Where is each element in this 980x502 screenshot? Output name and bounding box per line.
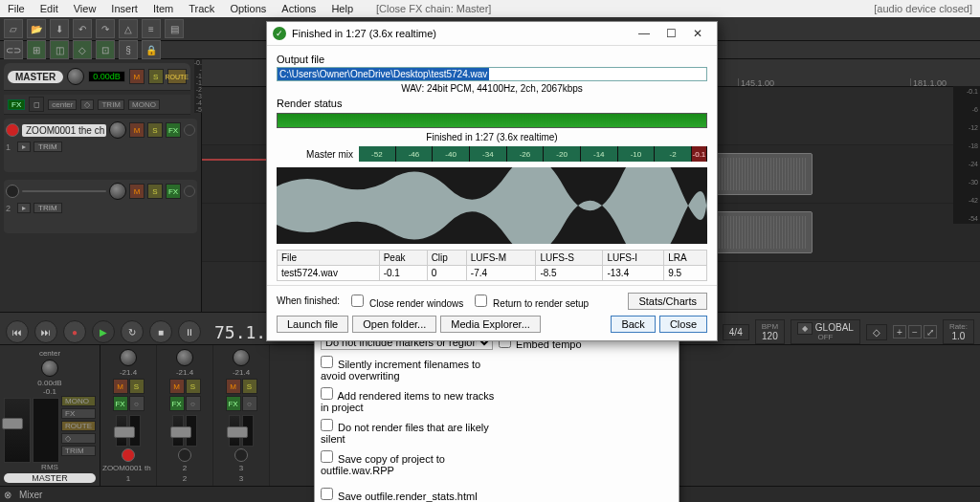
ch1-fader[interactable]	[116, 415, 127, 447]
lock-icon[interactable]: 🔒	[142, 40, 161, 59]
master-track-header[interactable]: MASTER 0.00dB M S ROUTE	[4, 63, 190, 91]
track1-env-icon[interactable]: ▸	[17, 142, 31, 152]
close-button[interactable]: Close	[659, 316, 707, 333]
ch2-recarm[interactable]	[178, 448, 191, 462]
track-row-1[interactable]: ZOOM0001 the ch M S FX 1 ▸ TRIM	[4, 119, 197, 172]
track2-solo-button[interactable]: S	[147, 184, 163, 199]
ch1-recarm[interactable]	[122, 448, 135, 462]
ch3-name[interactable]: 3	[239, 464, 243, 472]
mixer-channel-3[interactable]: -21.4 MS FX○ 3 3	[213, 345, 270, 487]
ch2-fader[interactable]	[172, 415, 184, 447]
col-file[interactable]: File	[278, 251, 380, 266]
ch1-fx[interactable]: FX	[113, 396, 128, 411]
mixer-master-fader[interactable]	[4, 398, 31, 463]
ripple-edit-icon[interactable]: ◫	[50, 40, 69, 59]
transport-end-button[interactable]: ⏭	[34, 320, 57, 343]
ch3-mute[interactable]: M	[226, 379, 241, 394]
zoom-out-button[interactable]: −	[908, 325, 922, 338]
zoom-fit-button[interactable]: ⤢	[924, 325, 937, 338]
track1-solo-button[interactable]: S	[147, 122, 163, 138]
save-stats-html-checkbox[interactable]: Save outfile.render_stats.html	[321, 491, 478, 502]
global-env-icon[interactable]: ◇	[866, 324, 887, 340]
bpm-box[interactable]: BPM120	[755, 319, 785, 344]
mixer-tab-label[interactable]: Mixer	[19, 490, 42, 500]
global-automation-box[interactable]: ◆ GLOBALOFF	[791, 319, 860, 344]
transport-pause-button[interactable]: ⏸	[178, 320, 201, 343]
mixer-master-trim-button[interactable]: TRIM	[61, 446, 96, 456]
menu-help[interactable]: Help	[323, 1, 361, 16]
track2-fx-button[interactable]: FX	[166, 184, 181, 199]
zoom-in-button[interactable]: +	[893, 325, 906, 338]
master-mute-button[interactable]: M	[129, 69, 145, 84]
add-to-tracks-checkbox[interactable]: Add rendered items to new tracks in proj…	[321, 390, 494, 413]
master-fx-bypass-icon[interactable]: ◻	[29, 97, 44, 112]
redo-icon[interactable]: ↷	[96, 19, 115, 38]
back-button[interactable]: Back	[611, 316, 655, 333]
transport-play-button[interactable]: ▶	[92, 320, 115, 343]
track1-io-button[interactable]	[184, 124, 195, 136]
ch1-solo[interactable]: S	[129, 379, 145, 394]
item-group-icon[interactable]: ⊞	[27, 40, 46, 59]
close-render-windows-checkbox[interactable]: Close render windows	[347, 292, 463, 310]
ch2-pan-knob[interactable]	[176, 349, 193, 366]
menu-file[interactable]: File	[0, 1, 33, 16]
undo-icon[interactable]: ↶	[73, 19, 92, 38]
close-window-button[interactable]: ✕	[684, 24, 711, 43]
track-row-2[interactable]: M S FX 2 ▸ TRIM	[4, 180, 197, 233]
mixer-master-tab[interactable]: MASTER	[4, 473, 96, 483]
transport-stop-button[interactable]: ■	[149, 320, 172, 343]
track1-recarm-button[interactable]	[6, 123, 19, 137]
track2-trim-button[interactable]: TRIM	[33, 203, 62, 213]
menu-insert[interactable]: Insert	[103, 1, 145, 16]
mixer-master-pan-knob[interactable]	[41, 360, 58, 377]
master-vol-knob[interactable]	[67, 68, 84, 85]
output-path-field[interactable]: C:\Users\Owner\OneDrive\Desktop\test5724…	[277, 67, 707, 81]
mixer-master-route-button[interactable]: ROUTE	[61, 421, 96, 431]
launch-file-button[interactable]: Launch file	[277, 316, 348, 333]
master-mono-button[interactable]: MONO	[128, 99, 160, 110]
col-lufs-i[interactable]: LUFS-I	[603, 251, 664, 266]
track2-io-button[interactable]	[184, 186, 195, 197]
master-fx-button[interactable]: FX	[8, 99, 25, 110]
menu-item[interactable]: Item	[145, 1, 181, 16]
col-lufs-m[interactable]: LUFS-M	[466, 251, 536, 266]
statusbar-close-icon[interactable]: ⊗	[4, 490, 11, 500]
ch2-mute[interactable]: M	[169, 379, 185, 394]
mixer-master-mono-button[interactable]: MONO	[61, 396, 96, 406]
ch3-io[interactable]: ○	[242, 396, 257, 411]
mixer-master-strip[interactable]: center 0.00dB -0.1 MONO FX ROUTE ◇ TRIM …	[0, 345, 100, 487]
dialog-titlebar[interactable]: ✓ Finished in 1:27 (3.6x realtime) — ☐ ✕	[267, 22, 717, 46]
auto-crossfade-icon[interactable]: ⊂⊃	[4, 40, 23, 59]
ch3-solo[interactable]: S	[242, 379, 257, 394]
menu-edit[interactable]: Edit	[33, 1, 66, 16]
master-route-button[interactable]: ROUTE	[167, 69, 187, 84]
render-icon[interactable]: ▤	[165, 19, 184, 38]
envelope-move-icon[interactable]: ◇	[73, 40, 92, 59]
menu-actions[interactable]: Actions	[274, 1, 323, 16]
maximize-button[interactable]: ☐	[657, 24, 684, 43]
transport-record-button[interactable]: ●	[63, 320, 86, 343]
save-project-icon[interactable]: ⬇	[50, 19, 69, 38]
ch3-recarm[interactable]	[234, 448, 248, 462]
ch1-io[interactable]: ○	[129, 396, 145, 411]
silent-increment-checkbox[interactable]: Silently increment filenames to avoid ov…	[321, 359, 480, 382]
table-row[interactable]: test5724.wav -0.1 0 -7.4 -8.5 -13.4 9.5	[278, 266, 707, 281]
snap-icon[interactable]: §	[119, 40, 138, 59]
menu-options[interactable]: Options	[222, 1, 274, 16]
return-to-setup-checkbox[interactable]: Return to render setup	[471, 292, 589, 310]
ch1-pan-knob[interactable]	[120, 349, 137, 366]
no-render-silent-checkbox[interactable]: Do not render files that are likely sile…	[321, 422, 489, 445]
transport-repeat-button[interactable]: ↻	[121, 320, 144, 343]
mixer-master-fx-button[interactable]: FX	[61, 408, 96, 419]
media-explorer-button[interactable]: Media Explorer...	[440, 316, 541, 333]
col-clip[interactable]: Clip	[427, 251, 466, 266]
ch2-solo[interactable]: S	[186, 379, 201, 394]
mixer-channel-1[interactable]: -21.4 MS FX○ ZOOM0001 th 1	[100, 345, 157, 487]
track2-env-icon[interactable]: ▸	[17, 203, 31, 213]
master-solo-button[interactable]: S	[148, 69, 164, 84]
ch2-name[interactable]: 2	[183, 464, 187, 472]
track1-trim-button[interactable]: TRIM	[33, 142, 62, 152]
project-settings-icon[interactable]: ≡	[142, 19, 161, 38]
col-lra[interactable]: LRA	[664, 251, 707, 266]
transport-start-button[interactable]: ⏮	[6, 320, 29, 343]
